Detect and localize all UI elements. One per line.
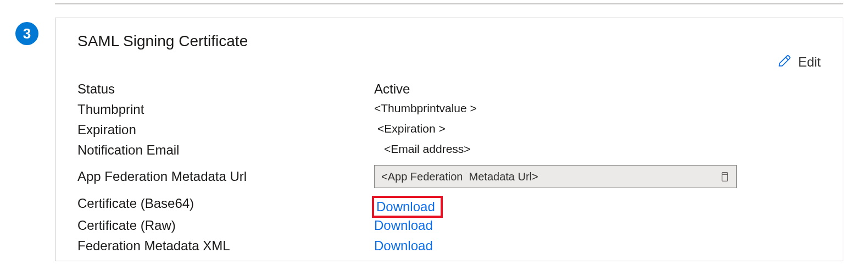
download-cert-raw-link[interactable]: Download: [374, 218, 433, 233]
thumbprint-label: Thumbprint: [77, 102, 374, 117]
pencil-icon: [777, 53, 793, 72]
download-cert-base64-link[interactable]: Download: [372, 196, 443, 218]
notification-email-label: Notification Email: [77, 142, 374, 158]
metadata-url-field: [374, 165, 737, 188]
card-title: SAML Signing Certificate: [77, 32, 248, 50]
step-badge: 3: [15, 22, 38, 45]
expiration-value: <Expiration >: [374, 122, 821, 135]
cert-base64-label: Certificate (Base64): [77, 196, 374, 211]
top-divider: [55, 3, 843, 4]
expiration-label: Expiration: [77, 122, 374, 138]
copy-icon[interactable]: [717, 170, 731, 183]
thumbprint-value: <Thumbprintvalue >: [374, 102, 821, 115]
svg-rect-0: [722, 174, 727, 181]
saml-certificate-card: SAML Signing Certificate Edit Status Act…: [55, 18, 843, 261]
step-number: 3: [23, 25, 31, 42]
status-label: Status: [77, 81, 374, 97]
notification-email-value: <Email address>: [374, 142, 821, 156]
metadata-xml-label: Federation Metadata XML: [77, 238, 374, 254]
edit-button[interactable]: Edit: [777, 53, 821, 72]
cert-raw-label: Certificate (Raw): [77, 218, 374, 233]
metadata-url-input[interactable]: [380, 170, 717, 184]
metadata-url-label: App Federation Metadata Url: [77, 169, 374, 184]
status-value: Active: [374, 81, 821, 97]
download-metadata-xml-link[interactable]: Download: [374, 238, 433, 253]
edit-label: Edit: [798, 54, 821, 70]
